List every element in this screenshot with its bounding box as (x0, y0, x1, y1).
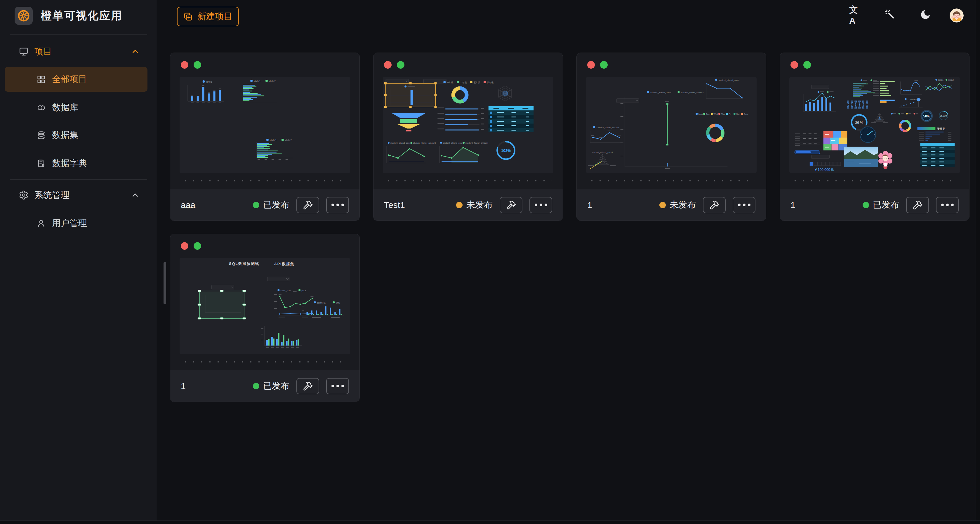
thumb-legend: Mon (698, 113, 703, 115)
chevron-up-icon[interactable] (131, 47, 140, 56)
more-actions-button[interactable] (733, 197, 756, 213)
status-badge: 已发布 (862, 199, 899, 211)
thumb-legend: 四年级 (487, 81, 494, 84)
thumb-money-value: ¥ 100,000元 (815, 168, 834, 172)
dashboard-preview: student_attend_count student_attend_coun… (586, 77, 757, 173)
thumb-legend: 二年级 (460, 81, 467, 84)
app-logo (14, 7, 33, 25)
database-icon (37, 131, 46, 140)
green-dot-icon (397, 61, 404, 68)
build-button[interactable] (296, 378, 319, 394)
new-project-button[interactable]: 新建项目 (177, 7, 239, 26)
sidebar-item-label: 数据集 (52, 129, 78, 141)
thumb-legend: student_flower_amount (466, 142, 488, 144)
project-title: Test1 (384, 200, 449, 210)
thumb-gauge-value: 36 % (855, 121, 864, 125)
grid-icon (37, 75, 46, 84)
project-thumbnail[interactable]: data1 data2 chineseScore 36 % (789, 77, 960, 173)
sidebar-section-label: 项目 (35, 46, 52, 57)
project-title: aaa (181, 200, 246, 210)
sidebar-item-all-projects[interactable]: 全部项目 (5, 67, 148, 92)
sidebar-section-label: 系统管理 (35, 189, 70, 201)
thumb-legend: 三年级 (474, 81, 480, 84)
green-dot-icon (803, 61, 811, 68)
mascot-illustration (878, 151, 892, 169)
magic-wand-icon[interactable] (884, 8, 896, 21)
status-dot-icon (253, 383, 259, 389)
project-thumbnail[interactable]: student_attend_count student_attend_coun… (586, 77, 757, 173)
more-actions-button[interactable] (326, 197, 349, 213)
red-dot-icon (791, 61, 798, 68)
thumb-legend: data1 (254, 80, 261, 83)
sidebar-item-user-management[interactable]: 用户管理 (5, 211, 148, 236)
card-footer: Test1 未发布 (374, 189, 563, 221)
hammer-icon (302, 200, 313, 210)
sidebar-item-label: 用户管理 (52, 217, 87, 229)
project-card[interactable]: data1 data2 chineseScore 36 % (780, 53, 969, 221)
status-dot-icon (253, 202, 259, 208)
project-thumbnail[interactable]: price data1 data2 (180, 77, 350, 173)
green-dot-icon (600, 61, 608, 68)
sidebar-item-databases[interactable]: 数据库 (5, 95, 148, 120)
status-label: 未发布 (670, 199, 696, 211)
sidebar-item-datasets[interactable]: 数据集 (5, 123, 148, 148)
dark-mode-moon-icon[interactable] (919, 8, 932, 21)
thumbnail-ruler-dots (385, 180, 552, 182)
thumb-legend: class_hour (281, 289, 291, 292)
card-traffic-dots (384, 61, 404, 68)
dashboard-preview: SQL数据源测试 API数据集 class_hour price (180, 258, 350, 354)
build-button[interactable] (296, 197, 319, 213)
right-scroll-track[interactable] (975, 0, 980, 521)
more-actions-button[interactable] (530, 197, 552, 213)
project-title: 1 (181, 381, 246, 391)
user-avatar[interactable] (950, 8, 964, 22)
sidebar-scrollbar[interactable] (164, 262, 166, 304)
project-thumbnail[interactable]: 一年级 二年级 三年级 四年级 (383, 77, 554, 173)
language-icon[interactable]: 文A (849, 8, 862, 21)
thumb-legend: student_attend_count (443, 142, 464, 144)
project-card[interactable]: student_attend_count student_attend_coun… (576, 53, 766, 221)
build-button[interactable] (703, 197, 725, 213)
thumb-legend: Fri (729, 113, 731, 115)
thumb-legend: Wed (714, 113, 718, 115)
thumb-legend: 课时 (336, 301, 340, 304)
build-button[interactable] (500, 197, 522, 213)
monitor-icon (19, 46, 29, 56)
dashboard-preview: data1 data2 chineseScore 36 % (789, 77, 960, 173)
status-badge: 已发布 (253, 380, 290, 392)
red-dot-icon (384, 61, 391, 68)
app-title: 橙单可视化应用 (41, 8, 123, 23)
bottom-edge (0, 521, 980, 524)
red-dot-icon (181, 61, 188, 68)
more-actions-button[interactable] (936, 197, 959, 213)
sidebar-section-system[interactable]: 系统管理 (0, 186, 157, 204)
user-icon (37, 219, 46, 228)
sidebar-section-projects[interactable]: 项目 (0, 42, 157, 61)
green-dot-icon (194, 61, 201, 68)
thumb-legend: student_attend_count (390, 142, 412, 144)
sidebar-item-data-dictionary[interactable]: 数据字典 (5, 151, 148, 176)
sidebar: 橙单可视化应用 项目 全部项目 数据库 数据集 数据字典 (0, 0, 157, 521)
hammer-icon (709, 200, 719, 210)
card-traffic-dots (181, 61, 201, 68)
project-card[interactable]: 一年级 二年级 三年级 四年级 (373, 53, 563, 221)
red-dot-icon (181, 242, 188, 250)
project-card[interactable]: SQL数据源测试 API数据集 class_hour price (170, 234, 360, 402)
copy-plus-icon (183, 12, 193, 21)
card-footer: 1 未发布 (577, 189, 766, 221)
thumb-legend: Sun (744, 113, 748, 115)
more-actions-button[interactable] (326, 378, 349, 394)
chevron-up-icon[interactable] (131, 191, 140, 199)
document-icon (37, 159, 46, 168)
thumb-percent-value: 25.00% (940, 115, 947, 117)
project-thumbnail[interactable]: SQL数据源测试 API数据集 class_hour price (180, 258, 350, 354)
status-label: 已发布 (873, 199, 899, 211)
thumb-legend: student_attend_count (592, 151, 613, 154)
project-card[interactable]: price data1 data2 (170, 53, 360, 221)
thumb-legend: data1 (938, 78, 943, 81)
ellipsis-icon (331, 204, 344, 206)
sidebar-item-label: 数据字典 (52, 158, 87, 169)
build-button[interactable] (906, 197, 929, 213)
card-footer: aaa 已发布 (170, 189, 360, 221)
thumb-legend: student_flower_amount (681, 91, 704, 94)
